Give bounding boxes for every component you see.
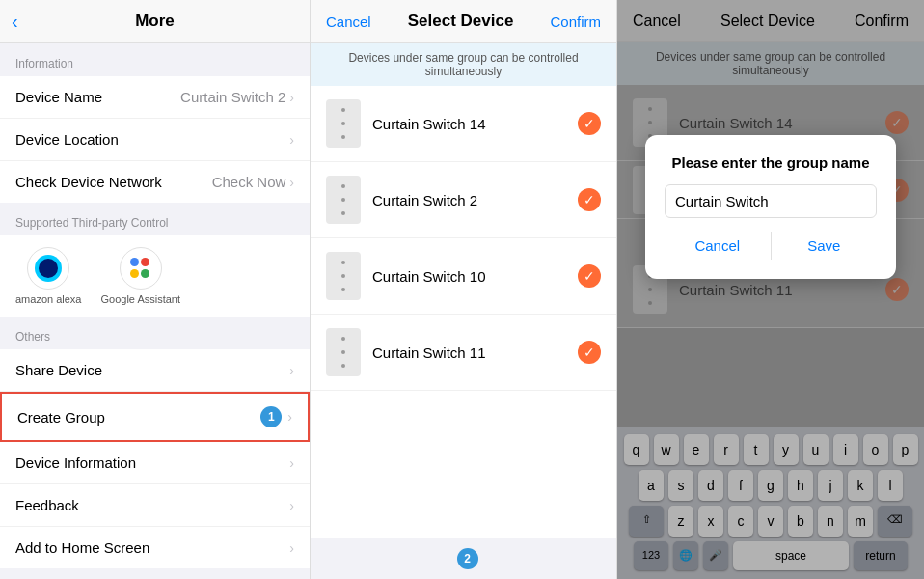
chevron-icon: ›	[289, 363, 294, 378]
icon-dot	[341, 364, 345, 368]
step1-badge: 1	[260, 406, 282, 427]
chevron-icon: ›	[289, 540, 294, 556]
chevron-icon: ›	[289, 132, 294, 148]
dialog-cancel-button[interactable]: Cancel	[665, 232, 771, 260]
panel1-header: ‹ More	[0, 0, 310, 43]
menu-item-device-name[interactable]: Device Name Curtain Switch 2 ›	[0, 76, 310, 119]
icon-dot	[341, 288, 345, 291]
icon-dot	[341, 350, 345, 354]
icon-dot	[341, 135, 345, 139]
group-name-dialog: Please enter the group name Cancel Save	[645, 135, 896, 279]
back-button[interactable]: ‹	[12, 11, 18, 33]
alexa-ring	[35, 255, 62, 282]
panel2-device-list: Curtain Switch 14 ✓ Curtain Switch 2 ✓ C…	[311, 86, 616, 538]
chevron-icon: ›	[289, 90, 294, 105]
panel2-title: Select Device	[408, 12, 514, 31]
table-row[interactable]: Curtain Switch 2 ✓	[311, 162, 616, 238]
panel-select-device: Cancel Select Device Confirm Devices und…	[311, 0, 617, 579]
menu-item-device-location[interactable]: Device Location ›	[0, 119, 310, 161]
panel2-confirm-button[interactable]: Confirm	[550, 14, 601, 30]
google-assistant-label: Google Assistant	[101, 293, 181, 305]
table-row[interactable]: Curtain Switch 10 ✓	[311, 238, 616, 315]
panel2-header: Cancel Select Device Confirm	[311, 0, 616, 43]
device-icon	[326, 252, 361, 300]
ga-dot-green	[141, 269, 149, 278]
device-name: Curtain Switch 14	[372, 116, 566, 132]
create-group-label: Create Group	[17, 409, 105, 426]
add-home-label: Add to Home Screen	[15, 539, 149, 556]
device-info-label: Device Information	[15, 455, 136, 471]
icon-dot	[341, 211, 345, 215]
ga-dot-red	[141, 258, 149, 266]
menu-item-device-info[interactable]: Device Information ›	[0, 442, 310, 484]
dialog-title: Please enter the group name	[665, 154, 877, 171]
dialog-overlay: Please enter the group name Cancel Save	[617, 0, 924, 579]
check-icon: ✓	[578, 341, 601, 364]
device-icon	[326, 328, 361, 376]
icon-dot	[341, 337, 345, 341]
check-icon: ✓	[578, 112, 601, 135]
icon-dot	[341, 198, 345, 202]
google-assistant-logo[interactable]: Google Assistant	[101, 247, 181, 305]
ga-dot-blue	[130, 258, 139, 266]
device-name-label: Device Name	[15, 89, 102, 105]
device-icon	[326, 176, 361, 224]
menu-item-check-network[interactable]: Check Device Network Check Now ›	[0, 161, 310, 203]
ga-dot-yellow	[130, 269, 139, 278]
panel2-step-area: 2	[311, 538, 616, 579]
menu-item-create-group[interactable]: Create Group 1 ›	[0, 392, 310, 442]
chevron-icon: ›	[289, 455, 294, 471]
device-icon	[326, 99, 361, 148]
dialog-buttons: Cancel Save	[665, 232, 877, 260]
panel2-cancel-button[interactable]: Cancel	[326, 14, 371, 30]
alexa-ring-inner	[39, 259, 58, 278]
chevron-icon: ›	[289, 498, 294, 513]
icon-dot	[341, 122, 345, 125]
alexa-icon	[27, 247, 69, 290]
icon-dot	[341, 184, 345, 188]
device-name: Curtain Switch 10	[372, 268, 566, 285]
info-menu-list: Device Name Curtain Switch 2 › Device Lo…	[0, 76, 310, 203]
device-name: Curtain Switch 11	[372, 345, 566, 361]
panel-group-name: Cancel Select Device Confirm Devices und…	[617, 0, 924, 579]
feedback-label: Feedback	[15, 497, 79, 513]
icon-dot	[341, 108, 345, 112]
device-name: Curtain Switch 2	[372, 192, 566, 208]
panel1-title: More	[135, 12, 175, 31]
check-icon: ✓	[578, 264, 601, 288]
alexa-logo[interactable]: amazon alexa	[15, 247, 82, 305]
table-row[interactable]: Curtain Switch 14 ✓	[311, 86, 616, 162]
panel2-banner: Devices under same group can be controll…	[311, 43, 616, 86]
table-row[interactable]: Curtain Switch 11 ✓	[311, 315, 616, 391]
third-party-section: amazon alexa Google Assistant	[0, 235, 310, 317]
share-device-label: Share Device	[15, 362, 102, 378]
google-assistant-icon	[120, 247, 162, 290]
third-party-logos: amazon alexa Google Assistant	[15, 247, 294, 305]
menu-item-share-device[interactable]: Share Device ›	[0, 349, 310, 392]
ga-dots	[130, 258, 151, 279]
others-menu-list: Share Device › Create Group 1 › Device I…	[0, 349, 310, 568]
device-location-value: ›	[289, 132, 294, 148]
section-others: Others	[0, 317, 310, 349]
panel-more: ‹ More Information Device Name Curtain S…	[0, 0, 311, 579]
chevron-icon: ›	[289, 175, 294, 190]
icon-dot	[341, 261, 345, 264]
section-third-party: Supported Third-party Control	[0, 203, 310, 235]
alexa-label: amazon alexa	[15, 293, 82, 305]
device-location-label: Device Location	[15, 131, 119, 148]
menu-item-feedback[interactable]: Feedback ›	[0, 484, 310, 527]
device-name-value: Curtain Switch 2 ›	[180, 89, 294, 105]
section-information: Information	[0, 43, 310, 76]
group-name-input[interactable]	[665, 184, 877, 218]
dialog-save-button[interactable]: Save	[772, 232, 878, 260]
chevron-icon: ›	[287, 409, 292, 425]
step2-badge: 2	[457, 548, 478, 569]
menu-item-add-home[interactable]: Add to Home Screen ›	[0, 527, 310, 568]
check-network-value: Check Now ›	[212, 174, 294, 190]
icon-dot	[341, 274, 345, 278]
check-network-label: Check Device Network	[15, 174, 162, 190]
check-icon: ✓	[578, 188, 601, 211]
